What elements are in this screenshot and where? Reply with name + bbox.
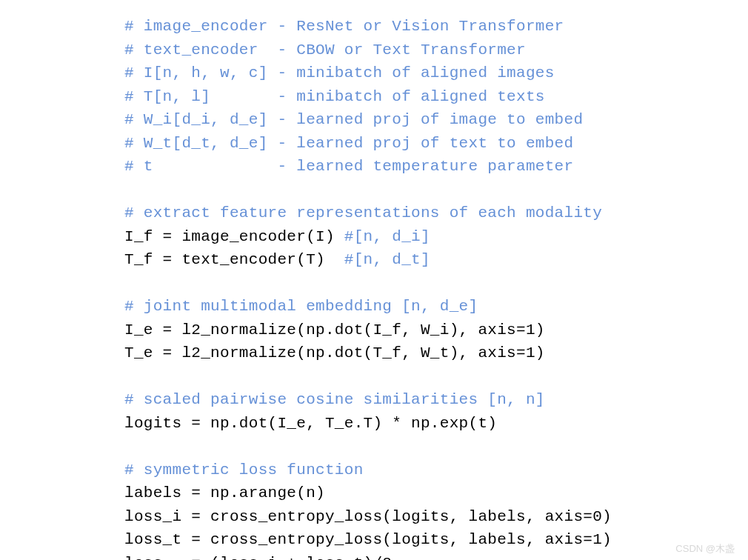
code-line: # symmetric loss function	[124, 459, 748, 482]
code-line: # T[n, l] - minibatch of aligned texts	[124, 85, 748, 109]
code-text: I_f = image_encoder(I)	[124, 228, 344, 245]
code-line: loss_i = cross_entropy_loss(logits, labe…	[124, 505, 748, 529]
code-text: loss = (loss_i + loss_t)/2	[124, 555, 392, 561]
code-line: I_e = l2_normalize(np.dot(I_f, W_i), axi…	[124, 319, 748, 342]
code-text: loss_i = cross_entropy_loss(logits, labe…	[124, 508, 612, 525]
code-line: T_f = text_encoder(T) #[n, d_t]	[124, 248, 748, 272]
comment-text: # joint multimodal embedding [n, d_e]	[124, 298, 478, 315]
code-line: # W_t[d_t, d_e] - learned proj of text t…	[124, 132, 748, 156]
comment-text: # scaled pairwise cosine similarities [n…	[124, 391, 545, 408]
comment-text: #[n, d_t]	[344, 251, 430, 268]
code-text: T_f = text_encoder(T)	[124, 251, 344, 268]
code-line	[124, 435, 748, 459]
code-line: # image_encoder - ResNet or Vision Trans…	[124, 15, 748, 39]
comment-text: #[n, d_i]	[344, 228, 430, 245]
comment-text: # symmetric loss function	[124, 461, 364, 479]
code-line	[124, 179, 748, 202]
code-text: I_e = l2_normalize(np.dot(I_f, W_i), axi…	[124, 321, 545, 339]
code-text: loss_t = cross_entropy_loss(logits, labe…	[124, 531, 612, 548]
code-block: # image_encoder - ResNet or Vision Trans…	[0, 15, 748, 560]
code-line: # W_i[d_i, d_e] - learned proj of image …	[124, 108, 748, 132]
code-line: labels = np.arange(n)	[124, 481, 748, 505]
code-text: labels = np.arange(n)	[124, 484, 325, 501]
comment-text: # extract feature representations of eac…	[124, 204, 602, 221]
code-line	[124, 272, 748, 296]
code-line: # I[n, h, w, c] - minibatch of aligned i…	[124, 61, 748, 85]
code-line: I_f = image_encoder(I) #[n, d_i]	[124, 225, 748, 249]
code-line: loss = (loss_i + loss_t)/2	[124, 552, 748, 561]
code-line: loss_t = cross_entropy_loss(logits, labe…	[124, 528, 748, 552]
comment-text: # image_encoder - ResNet or Vision Trans…	[124, 18, 564, 35]
code-text: logits = np.dot(I_e, T_e.T) * np.exp(t)	[124, 415, 497, 432]
comment-text: # I[n, h, w, c] - minibatch of aligned i…	[124, 64, 555, 81]
code-line: # scaled pairwise cosine similarities [n…	[124, 388, 748, 412]
code-line: T_e = l2_normalize(np.dot(T_f, W_t), axi…	[124, 341, 748, 365]
watermark: CSDN @木盏	[675, 541, 735, 556]
comment-text: # text_encoder - CBOW or Text Transforme…	[124, 41, 526, 59]
comment-text: # t - learned temperature parameter	[124, 158, 573, 175]
comment-text: # W_t[d_t, d_e] - learned proj of text t…	[124, 135, 573, 152]
code-line: logits = np.dot(I_e, T_e.T) * np.exp(t)	[124, 412, 748, 436]
code-line: # t - learned temperature parameter	[124, 155, 748, 179]
code-line: # text_encoder - CBOW or Text Transforme…	[124, 39, 748, 62]
code-line	[124, 365, 748, 389]
code-text: T_e = l2_normalize(np.dot(T_f, W_t), axi…	[124, 344, 545, 361]
comment-text: # T[n, l] - minibatch of aligned texts	[124, 88, 545, 105]
code-line: # joint multimodal embedding [n, d_e]	[124, 295, 748, 319]
comment-text: # W_i[d_i, d_e] - learned proj of image …	[124, 111, 583, 128]
code-line: # extract feature representations of eac…	[124, 201, 748, 225]
